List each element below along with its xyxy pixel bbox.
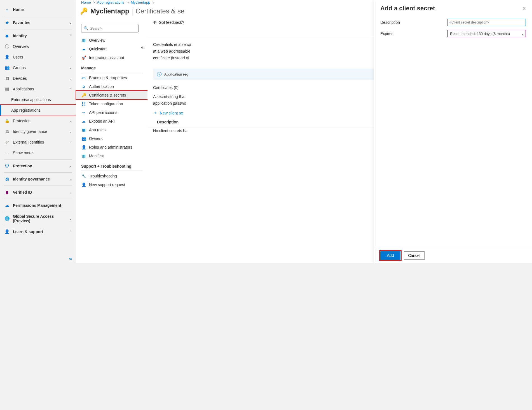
- snav-integration[interactable]: 🚀Integration assistant: [76, 53, 147, 62]
- chevron-down-icon: ⌄: [69, 66, 72, 70]
- diamond-icon: ◆: [4, 33, 10, 38]
- nav-external-identities[interactable]: ⇄ External Identities ⌄: [0, 137, 76, 147]
- nav-home[interactable]: ⌂ Home: [0, 4, 76, 15]
- page-title-section: | Certificates & se: [132, 7, 185, 15]
- nav-verified-id[interactable]: ▮ Verified ID ⌄: [0, 187, 76, 198]
- nav-identity-label: Identity: [13, 34, 27, 38]
- snav-new-support[interactable]: 👤New support request: [76, 180, 147, 189]
- snav-manifest[interactable]: ▥Manifest: [76, 151, 147, 160]
- nav-identity-groups[interactable]: 👥 Groups ⌄: [0, 62, 76, 73]
- label: Permissions Management: [13, 203, 61, 208]
- nav-favorites[interactable]: ★ Favorites ⌄: [0, 17, 76, 28]
- support-icon: 👤: [4, 229, 10, 234]
- nav-identity-protection[interactable]: 🔒 Protection ⌄: [0, 116, 76, 126]
- panel-title: Add a client secret: [380, 5, 435, 12]
- snav-owners[interactable]: 👥Owners: [76, 134, 147, 143]
- snav-auth[interactable]: ➲Authentication: [76, 82, 147, 91]
- collapse-secondnav-button[interactable]: ≪: [141, 45, 145, 50]
- label: Got feedback?: [159, 20, 184, 25]
- snav-token[interactable]: ┇┇Token configuration: [76, 99, 147, 108]
- expires-select[interactable]: Recommended: 180 days (6 months) ⌄: [447, 30, 526, 37]
- snav-expose[interactable]: ☁Expose an API: [76, 117, 147, 125]
- chevron-up-icon: ⌃: [69, 230, 72, 234]
- nav-identity[interactable]: ◆ Identity ⌃: [0, 31, 76, 41]
- owners-icon: 👥: [81, 136, 86, 141]
- overview-icon: ▥: [81, 38, 86, 43]
- nav-show-more[interactable]: ⋯ Show more: [0, 147, 76, 158]
- external-icon: ⇄: [4, 140, 10, 145]
- breadcrumb-sep: >: [125, 0, 130, 4]
- info-icon: i: [157, 72, 161, 76]
- nav-protection[interactable]: 🛡 Protection ⌄: [0, 161, 76, 171]
- page-title: Myclientapp: [90, 7, 129, 15]
- token-icon: ┇┇: [81, 102, 86, 106]
- nav-identity-applications[interactable]: ▦ Applications ⌃: [0, 84, 76, 94]
- nav-id-governance[interactable]: ⚖ Identity governance ⌄: [0, 174, 76, 184]
- manifest-icon: ▥: [81, 154, 86, 158]
- snav-branding[interactable]: ▭Branding & properties: [76, 73, 147, 82]
- rocket-icon: 🚀: [81, 55, 86, 60]
- info-icon: ⓘ: [4, 44, 10, 49]
- nav-learn-support[interactable]: 👤 Learn & support ⌃: [0, 226, 76, 237]
- label: Protection: [13, 119, 31, 123]
- snav-api-perms[interactable]: ⊸API permissions: [76, 108, 147, 117]
- snav-certs-secrets[interactable]: 🔑Certificates & secrets: [76, 91, 147, 99]
- breadcrumb-appregs[interactable]: App registrations: [97, 0, 125, 4]
- nav-perms-mgmt[interactable]: ☁ Permissions Management: [0, 200, 76, 211]
- plus-icon: ＋: [153, 110, 158, 116]
- snav-quickstart[interactable]: ☁Quickstart: [76, 44, 147, 53]
- label: Verified ID: [13, 190, 32, 195]
- nav-identity-users[interactable]: 👤 Users ⌄: [0, 52, 76, 62]
- lock-icon: 🔒: [4, 118, 10, 123]
- nav-enterprise-apps[interactable]: Enterprise applications: [0, 94, 76, 105]
- snav-troubleshoot[interactable]: 🔧Troubleshooting: [76, 172, 147, 180]
- breadcrumb-app[interactable]: Myclientapp: [131, 0, 150, 4]
- search-input[interactable]: [90, 26, 137, 31]
- close-icon[interactable]: ✕: [522, 6, 526, 11]
- nav-app-registrations[interactable]: App registrations: [0, 105, 76, 116]
- label: Roles and administrators: [89, 145, 132, 149]
- breadcrumb-sep: >: [92, 0, 96, 4]
- snav-app-roles[interactable]: ▦App roles: [76, 125, 147, 134]
- nav-identity-devices[interactable]: 🖥 Devices ⌄: [0, 73, 76, 84]
- key-icon: 🔑: [80, 8, 88, 15]
- description-label: Description: [380, 20, 447, 25]
- chevron-down-icon: ⌄: [69, 191, 72, 194]
- description-input[interactable]: [447, 19, 526, 26]
- label: Users: [13, 55, 23, 59]
- nav-identity-overview[interactable]: ⓘ Overview: [0, 41, 76, 52]
- label: New support request: [89, 182, 125, 187]
- chevron-up-icon: ⌃: [69, 34, 72, 38]
- nav-global-secure-access[interactable]: 🌐 Global Secure Access (Preview) ⌄: [0, 213, 76, 224]
- chevron-down-icon: ⌄: [69, 130, 72, 133]
- collapse-leftnav-button[interactable]: ≪: [69, 257, 72, 261]
- label: Token configuration: [89, 102, 123, 106]
- label: Overview: [89, 38, 105, 43]
- snav-manage-head: Manage: [81, 63, 142, 72]
- feedback-icon: 🗣: [153, 20, 157, 25]
- snav-overview[interactable]: ▥Overview: [76, 36, 147, 44]
- search-box[interactable]: 🔍: [81, 24, 139, 32]
- chevron-down-icon: ⌄: [69, 177, 72, 181]
- label: Owners: [89, 136, 102, 141]
- cloud-icon: ☁: [81, 119, 86, 123]
- chevron-down-icon: ⌄: [69, 140, 72, 144]
- governance-icon: ⚖: [4, 129, 10, 134]
- nav-identity-governance[interactable]: ⚖ Identity governance ⌄: [0, 126, 76, 137]
- snav-roles-admins[interactable]: 👤Roles and administrators: [76, 143, 147, 151]
- add-button[interactable]: Add: [380, 251, 400, 260]
- cancel-button[interactable]: Cancel: [404, 251, 425, 260]
- label: Identity governance: [13, 129, 47, 134]
- label: Manifest: [89, 154, 104, 158]
- roles-icon: 👤: [81, 145, 86, 149]
- people-icon: 👥: [4, 65, 10, 70]
- chevron-down-icon: ⌄: [69, 164, 72, 168]
- breadcrumb-sep: >: [151, 0, 156, 4]
- label: API permissions: [89, 110, 117, 115]
- chevron-up-icon: ⌃: [69, 87, 72, 91]
- chevron-down-icon: ⌄: [521, 32, 524, 36]
- expires-value: Recommended: 180 days (6 months): [450, 32, 510, 36]
- chevron-down-icon: ⌄: [69, 119, 72, 123]
- label: Groups: [13, 65, 26, 70]
- breadcrumb-home[interactable]: Home: [81, 0, 91, 4]
